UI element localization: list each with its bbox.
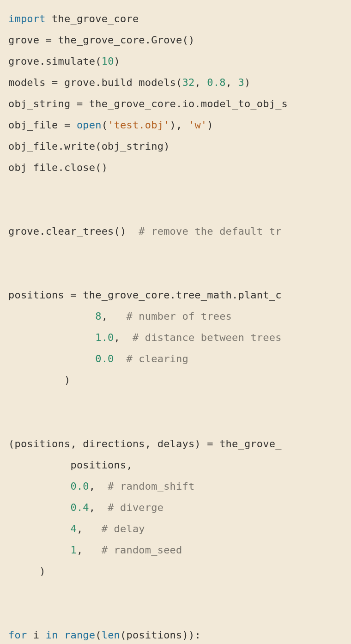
code-token-id <box>8 353 95 365</box>
code-token-id: , <box>114 332 133 343</box>
code-line <box>8 391 351 412</box>
code-token-num: 8 <box>95 310 101 322</box>
code-line: obj_file.write(obj_string) <box>8 136 351 157</box>
code-line: obj_file = open('test.obj'), 'w') <box>8 115 351 136</box>
code-line: grove.simulate(10) <box>8 51 351 72</box>
code-token-num: 0.0 <box>70 480 89 492</box>
code-line <box>8 603 351 625</box>
code-token-com: # diverge <box>108 502 163 513</box>
code-token-id: ), <box>170 119 188 131</box>
code-token-id <box>8 310 95 322</box>
code-line: positions = the_grove_core.tree_math.pla… <box>8 285 351 306</box>
code-token-id: , <box>89 480 108 492</box>
code-line <box>8 582 351 603</box>
code-token-id <box>58 629 64 641</box>
code-token-id: models = grove.build_models( <box>8 77 182 88</box>
code-line: 0.0, # random_shift <box>8 476 351 497</box>
code-line: models = grove.build_models(32, 0.8, 3) <box>8 72 351 93</box>
code-token-com: # number of trees <box>126 310 232 322</box>
code-token-id: obj_file = <box>8 119 77 131</box>
code-line: grove.clear_trees() # remove the default… <box>8 221 351 242</box>
code-token-str: 'test.obj' <box>108 119 169 131</box>
code-line: 8, # number of trees <box>8 306 351 327</box>
code-token-id: i <box>27 629 45 641</box>
code-token-num: 4 <box>70 523 76 535</box>
code-token-id: (positions)): <box>120 629 201 641</box>
code-line: 0.4, # diverge <box>8 497 351 518</box>
code-line <box>8 200 351 221</box>
code-token-num: 0.4 <box>70 502 89 513</box>
code-token-fn: range <box>64 629 95 641</box>
code-token-id: ) <box>207 119 213 131</box>
code-token-id <box>8 523 70 535</box>
code-token-com: # clearing <box>126 353 188 365</box>
code-line: obj_file.close() <box>8 157 351 178</box>
code-token-com: # distance between trees <box>133 332 282 343</box>
code-token-com: # random_shift <box>108 480 194 492</box>
code-token-fn: len <box>102 629 120 641</box>
code-token-id <box>8 332 95 343</box>
code-token-com: # delay <box>102 523 145 535</box>
code-line <box>8 263 351 285</box>
code-token-fn: open <box>77 119 102 131</box>
code-line: import the_grove_core <box>8 8 351 30</box>
code-token-id: , <box>102 310 127 322</box>
code-line: obj_string = the_grove_core.io.model_to_… <box>8 93 351 115</box>
code-line: for i in range(len(positions)): <box>8 625 351 644</box>
code-line: 1, # random_seed <box>8 540 351 561</box>
code-token-com: # remove the default tr <box>139 225 281 237</box>
code-line: ) <box>8 561 351 582</box>
code-token-num: 10 <box>102 55 114 67</box>
code-token-id: the_grove_core <box>46 13 139 24</box>
code-token-id: obj_file.write(obj_string) <box>8 140 170 152</box>
code-block: import the_grove_coregrove = the_grove_c… <box>0 0 351 644</box>
code-token-id <box>8 544 70 556</box>
code-line: (positions, directions, delays) = the_gr… <box>8 433 351 455</box>
code-token-num: 1.0 <box>95 332 114 343</box>
code-token-id: grove = the_grove_core.Grove() <box>8 34 194 46</box>
code-token-id: ) <box>114 55 120 67</box>
code-token-id: , <box>77 523 102 535</box>
code-token-id: positions, <box>8 459 133 471</box>
code-token-id: ) <box>244 77 250 88</box>
code-token-id: , <box>226 77 238 88</box>
code-token-kw: in <box>46 629 58 641</box>
code-line <box>8 412 351 433</box>
code-token-id: (positions, directions, delays) = the_gr… <box>8 438 282 450</box>
code-token-kw: import <box>8 13 46 24</box>
code-token-com: # random_seed <box>102 544 182 556</box>
code-token-num: 0.0 <box>95 353 114 365</box>
code-line: positions, <box>8 455 351 476</box>
code-token-id: ) <box>8 374 70 386</box>
code-token-id: obj_file.close() <box>8 162 108 173</box>
code-token-id: grove.clear_trees() <box>8 225 139 237</box>
code-line <box>8 178 351 200</box>
code-token-id: obj_string = the_grove_core.io.model_to_… <box>8 98 288 109</box>
code-line: grove = the_grove_core.Grove() <box>8 30 351 51</box>
code-token-id: ) <box>8 565 46 577</box>
code-token-kw: for <box>8 629 27 641</box>
code-token-id <box>8 480 70 492</box>
code-token-id <box>8 502 70 513</box>
code-token-num: 1 <box>70 544 76 556</box>
code-token-id: , <box>194 77 207 88</box>
code-token-id: , <box>77 544 102 556</box>
code-token-id: , <box>89 502 108 513</box>
code-token-id: ( <box>102 119 108 131</box>
code-token-id <box>114 353 127 365</box>
code-token-id: positions = the_grove_core.tree_math.pla… <box>8 289 282 301</box>
code-token-num: 3 <box>238 77 244 88</box>
code-token-num: 0.8 <box>207 77 225 88</box>
code-line <box>8 242 351 263</box>
code-line: 4, # delay <box>8 518 351 540</box>
code-line: 1.0, # distance between trees <box>8 327 351 348</box>
code-line: ) <box>8 370 351 391</box>
code-token-id: ( <box>95 629 101 641</box>
code-line: 0.0 # clearing <box>8 348 351 370</box>
code-token-num: 32 <box>182 77 194 88</box>
code-token-id: grove.simulate( <box>8 55 102 67</box>
code-token-str: 'w' <box>188 119 207 131</box>
